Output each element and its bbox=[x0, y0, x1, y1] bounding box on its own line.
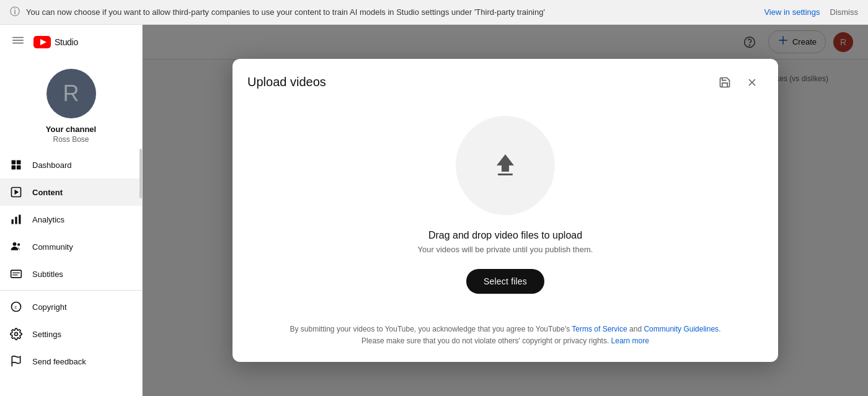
footer-line2: Please make sure that you do not violate… bbox=[361, 337, 611, 345]
svg-rect-30 bbox=[498, 174, 513, 175]
sidebar-label-subtitles: Subtitles bbox=[32, 270, 63, 279]
svg-rect-16 bbox=[11, 270, 22, 278]
sidebar-label-send-feedback: Send feedback bbox=[32, 357, 86, 366]
channel-info: R Your channel Ross Bose bbox=[0, 59, 142, 151]
svg-rect-1 bbox=[12, 40, 24, 41]
modal-header-actions bbox=[714, 71, 763, 94]
footer-after-terms: . bbox=[719, 325, 720, 333]
svg-rect-5 bbox=[12, 161, 16, 165]
sidebar-label-community: Community bbox=[32, 242, 73, 252]
nav-items: Dashboard Content Analytics Community bbox=[0, 151, 142, 396]
modal-backdrop: Upload videos bbox=[143, 25, 868, 396]
footer-and: and bbox=[627, 325, 644, 333]
svg-rect-8 bbox=[17, 165, 21, 170]
sidebar-divider bbox=[0, 290, 142, 291]
community-guidelines-link[interactable]: Community Guidelines bbox=[644, 325, 719, 333]
yt-studio-logo[interactable]: Studio bbox=[33, 36, 78, 48]
upload-drop-zone[interactable] bbox=[456, 116, 555, 215]
sidebar-item-dashboard[interactable]: Dashboard bbox=[0, 151, 142, 178]
upload-subtitle: Your videos will be private until you pu… bbox=[418, 245, 593, 254]
svg-text:c: c bbox=[15, 304, 17, 310]
sidebar-label-dashboard: Dashboard bbox=[32, 161, 72, 170]
bar-chart-icon bbox=[10, 213, 22, 226]
sidebar-label-copyright: Copyright bbox=[32, 302, 67, 312]
modal-footer-text: By submitting your videos to YouTube, yo… bbox=[257, 323, 753, 335]
save-draft-button[interactable] bbox=[714, 71, 736, 94]
flag-icon bbox=[10, 355, 22, 367]
copyright-icon: c bbox=[10, 301, 22, 313]
sidebar-item-copyright[interactable]: c Copyright bbox=[0, 293, 142, 320]
svg-point-14 bbox=[13, 242, 17, 246]
sidebar-item-community[interactable]: Community bbox=[0, 233, 142, 260]
terms-of-service-link[interactable]: Terms of Service bbox=[572, 325, 627, 333]
sidebar-label-content: Content bbox=[32, 188, 63, 197]
learn-more-link[interactable]: Learn more bbox=[611, 337, 649, 345]
upload-icon bbox=[488, 148, 523, 183]
sidebar-item-settings[interactable]: Settings bbox=[0, 320, 142, 348]
sidebar-scroll-indicator bbox=[140, 149, 142, 198]
modal-header: Upload videos bbox=[232, 59, 778, 103]
gear-icon bbox=[10, 328, 22, 340]
view-settings-link[interactable]: View in settings bbox=[764, 7, 820, 17]
select-files-button[interactable]: Select files bbox=[466, 269, 544, 294]
svg-point-15 bbox=[17, 244, 20, 246]
sidebar-item-subtitles[interactable]: Subtitles bbox=[0, 260, 142, 288]
footer-before-terms: By submitting your videos to YouTube, yo… bbox=[290, 325, 572, 333]
svg-rect-6 bbox=[17, 161, 21, 165]
studio-text: Studio bbox=[55, 37, 78, 47]
dismiss-button[interactable]: Dismiss bbox=[830, 7, 859, 17]
grid-icon bbox=[10, 159, 22, 171]
svg-marker-29 bbox=[497, 154, 514, 172]
svg-point-21 bbox=[15, 333, 18, 336]
info-icon: ⓘ bbox=[10, 6, 20, 19]
sidebar-label-settings: Settings bbox=[32, 330, 61, 339]
sidebar-label-analytics: Analytics bbox=[32, 215, 64, 224]
modal-footer-text-2: Please make sure that you do not violate… bbox=[257, 335, 753, 347]
subtitles-icon bbox=[10, 268, 22, 280]
close-modal-button[interactable] bbox=[741, 71, 763, 94]
main-layout: Studio R Your channel Ross Bose Dashboar… bbox=[0, 25, 868, 396]
sidebar-item-send-feedback[interactable]: Send feedback bbox=[0, 348, 142, 375]
sidebar-header: Studio bbox=[0, 25, 142, 59]
play-icon bbox=[10, 186, 22, 198]
sidebar: Studio R Your channel Ross Bose Dashboar… bbox=[0, 25, 143, 396]
svg-rect-0 bbox=[12, 37, 24, 38]
svg-marker-10 bbox=[15, 190, 19, 195]
modal-body: Drag and drop video files to upload Your… bbox=[232, 103, 778, 314]
content-area: Create R Views Comments Likes (vs dislik… bbox=[143, 25, 868, 396]
upload-modal: Upload videos bbox=[232, 59, 778, 362]
people-icon bbox=[10, 240, 22, 253]
svg-rect-7 bbox=[12, 165, 16, 170]
notification-bar: ⓘ You can now choose if you want to allo… bbox=[0, 0, 868, 25]
hamburger-icon[interactable] bbox=[10, 32, 26, 51]
notification-text: You can now choose if you want to allow … bbox=[26, 7, 764, 17]
modal-footer: By submitting your videos to YouTube, yo… bbox=[232, 314, 778, 362]
upload-title: Drag and drop video files to upload bbox=[428, 230, 582, 241]
svg-rect-11 bbox=[12, 219, 14, 224]
svg-rect-2 bbox=[12, 43, 24, 44]
channel-name: Your channel bbox=[46, 125, 96, 134]
svg-rect-13 bbox=[19, 215, 20, 224]
modal-title: Upload videos bbox=[247, 75, 326, 89]
channel-avatar: R bbox=[46, 69, 96, 118]
channel-handle: Ross Bose bbox=[53, 135, 89, 144]
sidebar-item-analytics[interactable]: Analytics bbox=[0, 206, 142, 233]
svg-rect-12 bbox=[15, 217, 17, 224]
sidebar-item-content[interactable]: Content bbox=[0, 178, 142, 206]
